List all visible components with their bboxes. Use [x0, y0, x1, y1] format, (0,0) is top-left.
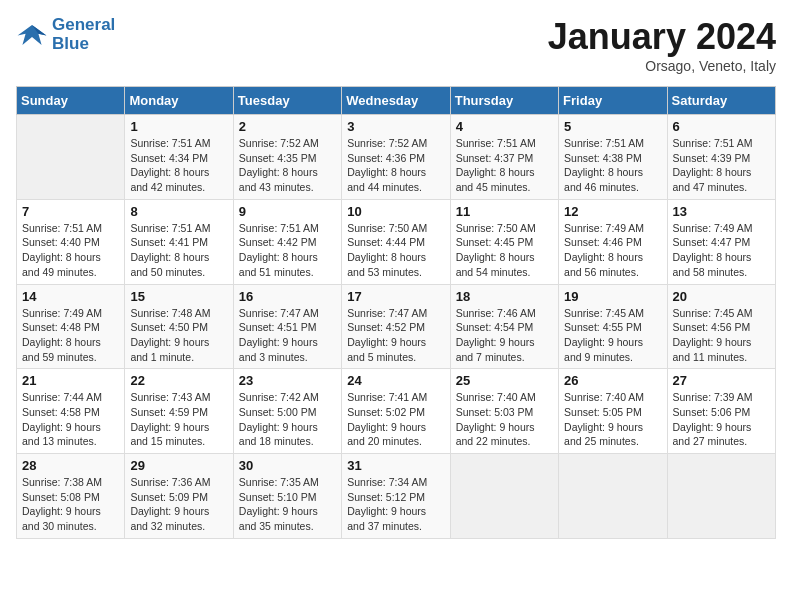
day-info: Sunrise: 7:51 AM Sunset: 4:42 PM Dayligh…	[239, 221, 336, 280]
calendar-cell: 26Sunrise: 7:40 AM Sunset: 5:05 PM Dayli…	[559, 369, 667, 454]
calendar-cell: 20Sunrise: 7:45 AM Sunset: 4:56 PM Dayli…	[667, 284, 775, 369]
calendar-cell: 24Sunrise: 7:41 AM Sunset: 5:02 PM Dayli…	[342, 369, 450, 454]
calendar-week-2: 14Sunrise: 7:49 AM Sunset: 4:48 PM Dayli…	[17, 284, 776, 369]
calendar-week-4: 28Sunrise: 7:38 AM Sunset: 5:08 PM Dayli…	[17, 454, 776, 539]
column-header-tuesday: Tuesday	[233, 87, 341, 115]
day-number: 18	[456, 289, 553, 304]
day-info: Sunrise: 7:51 AM Sunset: 4:38 PM Dayligh…	[564, 136, 661, 195]
calendar-header: SundayMondayTuesdayWednesdayThursdayFrid…	[17, 87, 776, 115]
calendar-cell: 4Sunrise: 7:51 AM Sunset: 4:37 PM Daylig…	[450, 115, 558, 200]
logo-text: General Blue	[52, 16, 115, 53]
day-number: 5	[564, 119, 661, 134]
day-number: 22	[130, 373, 227, 388]
calendar-cell	[17, 115, 125, 200]
calendar-cell: 25Sunrise: 7:40 AM Sunset: 5:03 PM Dayli…	[450, 369, 558, 454]
day-info: Sunrise: 7:35 AM Sunset: 5:10 PM Dayligh…	[239, 475, 336, 534]
day-info: Sunrise: 7:52 AM Sunset: 4:35 PM Dayligh…	[239, 136, 336, 195]
day-number: 2	[239, 119, 336, 134]
calendar-cell: 2Sunrise: 7:52 AM Sunset: 4:35 PM Daylig…	[233, 115, 341, 200]
day-info: Sunrise: 7:49 AM Sunset: 4:48 PM Dayligh…	[22, 306, 119, 365]
logo: General Blue	[16, 16, 115, 53]
day-number: 3	[347, 119, 444, 134]
calendar-cell: 27Sunrise: 7:39 AM Sunset: 5:06 PM Dayli…	[667, 369, 775, 454]
day-info: Sunrise: 7:51 AM Sunset: 4:37 PM Dayligh…	[456, 136, 553, 195]
day-info: Sunrise: 7:41 AM Sunset: 5:02 PM Dayligh…	[347, 390, 444, 449]
calendar-cell: 1Sunrise: 7:51 AM Sunset: 4:34 PM Daylig…	[125, 115, 233, 200]
day-number: 8	[130, 204, 227, 219]
day-info: Sunrise: 7:49 AM Sunset: 4:46 PM Dayligh…	[564, 221, 661, 280]
day-info: Sunrise: 7:45 AM Sunset: 4:55 PM Dayligh…	[564, 306, 661, 365]
calendar-cell: 15Sunrise: 7:48 AM Sunset: 4:50 PM Dayli…	[125, 284, 233, 369]
day-info: Sunrise: 7:34 AM Sunset: 5:12 PM Dayligh…	[347, 475, 444, 534]
calendar-cell: 28Sunrise: 7:38 AM Sunset: 5:08 PM Dayli…	[17, 454, 125, 539]
calendar-cell: 8Sunrise: 7:51 AM Sunset: 4:41 PM Daylig…	[125, 199, 233, 284]
day-info: Sunrise: 7:51 AM Sunset: 4:34 PM Dayligh…	[130, 136, 227, 195]
day-info: Sunrise: 7:47 AM Sunset: 4:52 PM Dayligh…	[347, 306, 444, 365]
day-number: 1	[130, 119, 227, 134]
day-number: 10	[347, 204, 444, 219]
day-info: Sunrise: 7:42 AM Sunset: 5:00 PM Dayligh…	[239, 390, 336, 449]
day-info: Sunrise: 7:49 AM Sunset: 4:47 PM Dayligh…	[673, 221, 770, 280]
calendar-cell: 16Sunrise: 7:47 AM Sunset: 4:51 PM Dayli…	[233, 284, 341, 369]
calendar-cell: 12Sunrise: 7:49 AM Sunset: 4:46 PM Dayli…	[559, 199, 667, 284]
calendar-cell: 21Sunrise: 7:44 AM Sunset: 4:58 PM Dayli…	[17, 369, 125, 454]
calendar-cell: 14Sunrise: 7:49 AM Sunset: 4:48 PM Dayli…	[17, 284, 125, 369]
day-info: Sunrise: 7:50 AM Sunset: 4:45 PM Dayligh…	[456, 221, 553, 280]
column-header-wednesday: Wednesday	[342, 87, 450, 115]
day-info: Sunrise: 7:39 AM Sunset: 5:06 PM Dayligh…	[673, 390, 770, 449]
calendar-week-3: 21Sunrise: 7:44 AM Sunset: 4:58 PM Dayli…	[17, 369, 776, 454]
column-header-sunday: Sunday	[17, 87, 125, 115]
page-header: General Blue January 2024 Orsago, Veneto…	[16, 16, 776, 74]
day-number: 11	[456, 204, 553, 219]
day-number: 29	[130, 458, 227, 473]
day-info: Sunrise: 7:40 AM Sunset: 5:03 PM Dayligh…	[456, 390, 553, 449]
calendar-cell: 11Sunrise: 7:50 AM Sunset: 4:45 PM Dayli…	[450, 199, 558, 284]
day-number: 27	[673, 373, 770, 388]
day-number: 28	[22, 458, 119, 473]
calendar-week-1: 7Sunrise: 7:51 AM Sunset: 4:40 PM Daylig…	[17, 199, 776, 284]
day-info: Sunrise: 7:38 AM Sunset: 5:08 PM Dayligh…	[22, 475, 119, 534]
day-number: 24	[347, 373, 444, 388]
calendar-cell: 30Sunrise: 7:35 AM Sunset: 5:10 PM Dayli…	[233, 454, 341, 539]
calendar-week-0: 1Sunrise: 7:51 AM Sunset: 4:34 PM Daylig…	[17, 115, 776, 200]
calendar-table: SundayMondayTuesdayWednesdayThursdayFrid…	[16, 86, 776, 539]
day-info: Sunrise: 7:51 AM Sunset: 4:39 PM Dayligh…	[673, 136, 770, 195]
column-header-thursday: Thursday	[450, 87, 558, 115]
column-header-friday: Friday	[559, 87, 667, 115]
day-number: 14	[22, 289, 119, 304]
day-number: 17	[347, 289, 444, 304]
day-info: Sunrise: 7:50 AM Sunset: 4:44 PM Dayligh…	[347, 221, 444, 280]
day-number: 12	[564, 204, 661, 219]
calendar-cell	[450, 454, 558, 539]
day-number: 9	[239, 204, 336, 219]
calendar-cell: 17Sunrise: 7:47 AM Sunset: 4:52 PM Dayli…	[342, 284, 450, 369]
calendar-cell: 31Sunrise: 7:34 AM Sunset: 5:12 PM Dayli…	[342, 454, 450, 539]
day-info: Sunrise: 7:51 AM Sunset: 4:40 PM Dayligh…	[22, 221, 119, 280]
day-number: 7	[22, 204, 119, 219]
day-number: 21	[22, 373, 119, 388]
day-info: Sunrise: 7:45 AM Sunset: 4:56 PM Dayligh…	[673, 306, 770, 365]
calendar-cell: 29Sunrise: 7:36 AM Sunset: 5:09 PM Dayli…	[125, 454, 233, 539]
day-info: Sunrise: 7:48 AM Sunset: 4:50 PM Dayligh…	[130, 306, 227, 365]
calendar-cell: 18Sunrise: 7:46 AM Sunset: 4:54 PM Dayli…	[450, 284, 558, 369]
calendar-cell: 9Sunrise: 7:51 AM Sunset: 4:42 PM Daylig…	[233, 199, 341, 284]
calendar-cell: 13Sunrise: 7:49 AM Sunset: 4:47 PM Dayli…	[667, 199, 775, 284]
day-number: 23	[239, 373, 336, 388]
day-info: Sunrise: 7:43 AM Sunset: 4:59 PM Dayligh…	[130, 390, 227, 449]
day-number: 4	[456, 119, 553, 134]
day-info: Sunrise: 7:46 AM Sunset: 4:54 PM Dayligh…	[456, 306, 553, 365]
calendar-cell: 5Sunrise: 7:51 AM Sunset: 4:38 PM Daylig…	[559, 115, 667, 200]
day-info: Sunrise: 7:52 AM Sunset: 4:36 PM Dayligh…	[347, 136, 444, 195]
calendar-cell: 7Sunrise: 7:51 AM Sunset: 4:40 PM Daylig…	[17, 199, 125, 284]
day-number: 20	[673, 289, 770, 304]
location-text: Orsago, Veneto, Italy	[548, 58, 776, 74]
day-number: 30	[239, 458, 336, 473]
svg-marker-0	[18, 25, 47, 45]
calendar-cell: 6Sunrise: 7:51 AM Sunset: 4:39 PM Daylig…	[667, 115, 775, 200]
logo-icon	[16, 21, 48, 49]
column-header-monday: Monday	[125, 87, 233, 115]
calendar-cell: 19Sunrise: 7:45 AM Sunset: 4:55 PM Dayli…	[559, 284, 667, 369]
day-number: 19	[564, 289, 661, 304]
day-number: 6	[673, 119, 770, 134]
day-number: 25	[456, 373, 553, 388]
